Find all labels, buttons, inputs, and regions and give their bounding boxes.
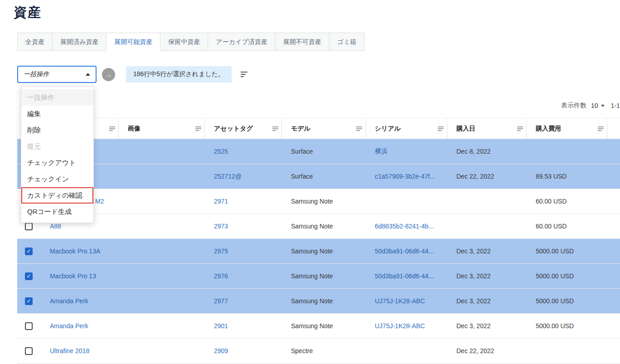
purchase-date-text: Dec 8, 2022 [456,148,491,155]
row-checkbox[interactable] [25,272,33,280]
column-filter-icon[interactable] [109,126,115,132]
table-row: Macbook Pro 13A2975Samsung Note50d3ba91-… [17,239,620,264]
row-checkbox[interactable] [25,297,33,305]
asset-tag-link[interactable]: 2977 [214,297,228,305]
row-checkbox[interactable] [25,322,33,330]
purchase-cost-text: 5000.00 USD [536,297,574,305]
tab-deployable-assets[interactable]: 展開可能資産 [106,33,160,51]
column-filter-icon[interactable] [598,126,604,132]
asset-tag-link[interactable]: 2971 [214,198,228,205]
bulk-action-option[interactable]: カストディの確認 [21,187,93,204]
column-header-label: アセットタグ [214,125,253,133]
asset-name-link[interactable]: A88 [50,223,61,230]
asset-name-link[interactable]: Macbook Pro 13A [50,248,100,255]
asset-name-link[interactable]: M2 [95,198,104,205]
tab-pending-assets[interactable]: 保留中資産 [160,33,208,51]
bulk-action-option[interactable]: 編集 [21,106,93,122]
assets-table: 画像アセットタグモデルシリアル購入日購入費用 2525Surface横浜Dec … [17,118,620,364]
table-body: 2525Surface横浜Dec 8, 2022252712@Surfacec1… [17,139,620,364]
model-text: Samsung Note [291,248,333,255]
purchase-cost-text: 5000.00 USD [536,248,574,255]
apply-bulk-action-button[interactable]: → [102,68,115,81]
model-text: Samsung Note [291,198,333,205]
purchase-date-text: Dec 3, 2022 [456,248,491,255]
column-header-label: 購入費用 [536,125,561,133]
tab-deployed-assets[interactable]: 展開済み資産 [52,33,107,51]
bulk-action-option: 一括操作 [21,89,93,106]
asset-name-link[interactable]: Amanda Perk [50,297,88,305]
purchase-cost-text: 60.00 USD [536,198,567,205]
arrow-right-icon: → [105,71,112,78]
column-filter-icon[interactable] [517,126,523,132]
table-header-row: 画像アセットタグモデルシリアル購入日購入費用 [17,118,620,139]
table-row: Amanda Perk2901Samsung NoteUJ75J-1K28-AB… [17,314,620,339]
column-filter-icon[interactable] [195,126,201,132]
bulk-action-option[interactable]: 削除 [21,122,93,138]
asset-serial-link[interactable]: 6d8835b2-8241-4b... [375,223,434,230]
asset-name-link[interactable]: Amanda Perk [50,322,88,330]
asset-serial-link[interactable]: 横浜 [375,147,388,155]
asset-tag-link[interactable]: 252712@ [214,173,242,180]
purchase-cost-text: 89.53 USD [536,173,567,180]
asset-tag-link[interactable]: 2973 [214,223,228,230]
column-header-label: シリアル [375,125,401,133]
asset-serial-link[interactable]: 50d3ba91-06d6-44... [375,248,434,255]
model-text: Surface [291,173,313,180]
selection-count-banner: 186行中5行が選択されました。 [126,66,232,83]
bulk-action-option[interactable]: QRコード生成 [21,204,93,220]
purchase-cost-text: 5000.00 USD [536,322,574,330]
asset-tag-link[interactable]: 2525 [214,148,228,155]
column-header-extra [607,118,620,139]
assets-page: 資産 全資産展開済み資産展開可能資産保留中資産アーカイブ済資産展開不可資産ゴミ箱… [0,0,620,364]
asset-tag-link[interactable]: 2975 [214,248,228,255]
caret-up-icon [86,73,90,76]
pagination-range: 1-1 [611,102,620,109]
bulk-action-option[interactable]: チェックイン [21,171,93,187]
table-row: Macbook Pro 132976Samsung Note50d3ba91-0… [17,264,620,289]
sort-lines-icon[interactable] [241,70,247,78]
asset-name-link[interactable]: Ultrafine 2018 [50,347,89,354]
purchase-date-text: Dec 22, 2022 [456,347,494,354]
asset-serial-link[interactable]: UJ75J-1K28-ABC [375,297,425,305]
column-header-date: 購入日 [447,118,527,139]
row-checkbox[interactable] [25,347,33,355]
column-header-label: 画像 [128,125,140,133]
asset-tag-link[interactable]: 2901 [214,322,228,330]
purchase-date-text: Dec 3, 2022 [456,297,491,305]
column-header-label: モデル [291,125,310,133]
asset-name-link[interactable]: Macbook Pro 13 [50,272,96,280]
column-filter-icon[interactable] [438,126,444,132]
page-size-select[interactable]: 10 [591,102,605,109]
asset-tag-link[interactable]: 2909 [214,347,228,354]
table-row: 2525Surface横浜Dec 8, 2022 [17,139,620,164]
purchase-cost-text: 5000.00 USD [536,272,574,280]
column-header-cost: 購入費用 [527,118,607,139]
asset-serial-link[interactable]: UJ75J-1K28-ABC [375,322,425,330]
column-header-image: 画像 [119,118,205,139]
tab-trash[interactable]: ゴミ箱 [329,33,365,51]
column-filter-icon[interactable] [356,126,362,132]
tab-archived-assets[interactable]: アーカイブ済資産 [208,33,275,51]
purchase-date-text: Dec 3, 2022 [456,322,491,330]
purchase-date-text: Dec 22, 2022 [456,173,494,180]
tab-all-assets[interactable]: 全資産 [17,33,53,51]
page-size-label: 表示件数 [561,102,586,110]
bulk-actions-select[interactable]: 一括操作 [17,66,97,83]
model-text: Samsung Note [291,272,333,280]
caret-down-icon [601,105,605,107]
table-row: Ultrafine 20182909SpectreDec 22, 2022 [17,339,620,364]
bulk-actions-menu: 一括操作編集削除復元チェックアウトチェックインカストディの確認QRコード生成 [21,86,94,223]
tab-undeployable-assets[interactable]: 展開不可資産 [275,33,329,51]
column-header-model: モデル [282,118,366,139]
row-checkbox[interactable] [25,248,33,255]
row-checkbox[interactable] [25,223,33,230]
page-title: 資産 [14,4,42,22]
bulk-action-option[interactable]: チェックアウト [21,155,93,171]
purchase-cost-text: 60.00 USD [536,223,567,230]
table-row: 252712@Surfacec1a57909-3b2e-47f...Dec 22… [17,164,620,189]
asset-serial-link[interactable]: c1a57909-3b2e-47f... [375,173,435,180]
asset-serial-link[interactable]: 50d3ba91-06d6-44... [375,272,434,280]
column-filter-icon[interactable] [272,126,278,132]
asset-tag-link[interactable]: 2976 [214,272,228,280]
pagination-bar: 表示件数 10 1-1 [561,102,620,110]
